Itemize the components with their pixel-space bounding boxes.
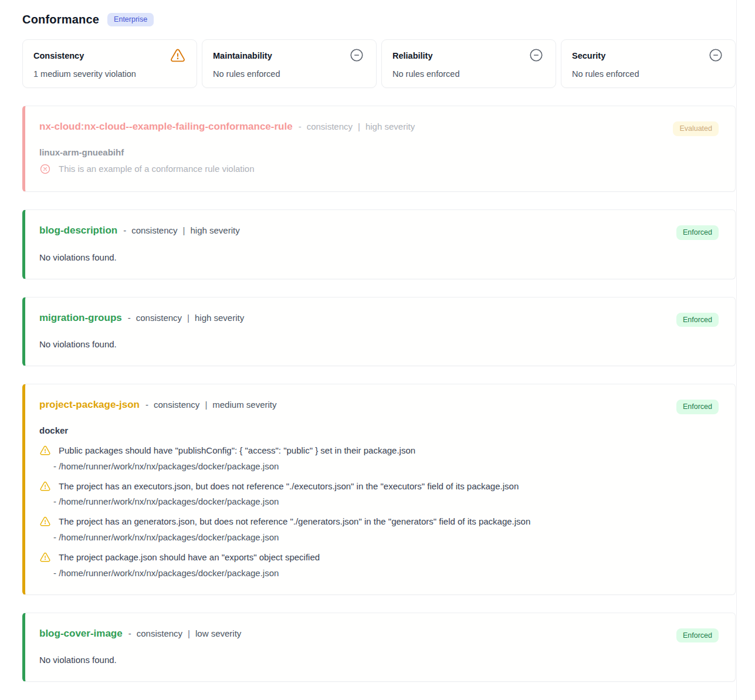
rule-card-project-package-json[interactable]: project-package-json - consistency | med… [22, 384, 736, 595]
status-badge: Enforced [676, 628, 719, 643]
warning-triangle-icon [39, 445, 51, 456]
meta-dash: - [128, 313, 131, 323]
rule-name-link[interactable]: nx-cloud:nx-cloud--example-failing-confo… [39, 121, 293, 133]
violation-item: The project package.json should have an … [39, 551, 719, 578]
rule-card-migration-groups[interactable]: migration-groups - consistency | high se… [22, 297, 736, 367]
violation-item: Public packages should have "publishConf… [39, 444, 719, 471]
rule-name-link[interactable]: blog-cover-image [39, 628, 123, 640]
status-badge: Enforced [676, 225, 719, 240]
rule-severity: high severity [190, 225, 239, 235]
status-badge: Enforced [676, 400, 719, 414]
enterprise-badge: Enterprise [107, 13, 154, 26]
rule-severity: high severity [195, 313, 244, 323]
violation-message: This is an example of a conformance rule… [59, 163, 255, 175]
violation-message: The project has an generators.json, but … [59, 515, 530, 528]
meta-pipe: | [188, 628, 190, 638]
warning-triangle-icon [39, 552, 51, 563]
rule-category: consistency [154, 400, 199, 410]
status-badge: Enforced [676, 313, 719, 327]
meta-pipe: | [187, 313, 189, 323]
project-name: linux-arm-gnueabihf [39, 147, 719, 157]
summary-card-title: Consistency [33, 48, 84, 60]
violation-path: - /home/runner/work/nx/nx/packages/docke… [53, 568, 719, 578]
violation-path: - /home/runner/work/nx/nx/packages/docke… [53, 461, 719, 471]
project-name: docker [39, 425, 719, 435]
summary-card-reliability[interactable]: Reliability No rules enforced [381, 39, 556, 88]
summary-card-status: 1 medium severity violation [33, 69, 186, 79]
rule-severity: low severity [195, 628, 241, 638]
meta-pipe: | [183, 225, 185, 235]
rule-category: consistency [307, 121, 353, 131]
summary-card-title: Security [572, 48, 605, 60]
warning-triangle-icon [170, 48, 186, 64]
rule-category: consistency [137, 628, 182, 638]
rule-severity: high severity [365, 121, 415, 131]
summary-card-security[interactable]: Security No rules enforced [561, 39, 736, 88]
summary-card-row: Consistency 1 medium severity violation … [22, 39, 736, 88]
summary-card-title: Maintainability [213, 48, 272, 60]
violation-item: The project has an generators.json, but … [39, 515, 719, 542]
x-circle-icon [39, 163, 51, 175]
violation-path: - /home/runner/work/nx/nx/packages/docke… [53, 496, 719, 506]
rule-name-link[interactable]: migration-groups [39, 312, 122, 324]
violation-item: This is an example of a conformance rule… [39, 163, 719, 175]
status-badge: Evaluated [673, 121, 719, 136]
rule-category: consistency [131, 225, 177, 235]
meta-pipe: | [358, 121, 360, 131]
meta-pipe: | [205, 400, 207, 410]
rule-name-link[interactable]: project-package-json [39, 399, 140, 411]
meta-dash: - [299, 121, 302, 131]
violation-message: The project has an executors.json, but d… [59, 480, 519, 493]
rule-card-blog-description[interactable]: blog-description - consistency | high se… [22, 209, 736, 279]
violation-message: The project package.json should have an … [59, 551, 320, 564]
minus-circle-icon [349, 48, 365, 64]
violation-path: - /home/runner/work/nx/nx/packages/docke… [53, 532, 719, 542]
page-title: Conformance [22, 13, 99, 26]
meta-dash: - [128, 628, 131, 638]
summary-card-status: No rules enforced [392, 69, 545, 79]
violation-item: The project has an executors.json, but d… [39, 480, 719, 507]
minus-circle-icon [529, 48, 545, 64]
rule-severity: medium severity [212, 400, 276, 410]
rule-category: consistency [136, 313, 182, 323]
meta-dash: - [145, 400, 148, 410]
meta-dash: - [123, 225, 126, 235]
rule-name-link[interactable]: blog-description [39, 225, 117, 236]
summary-card-consistency[interactable]: Consistency 1 medium severity violation [22, 39, 197, 88]
warning-triangle-icon [39, 481, 51, 492]
rule-card-blog-cover-image[interactable]: blog-cover-image - consistency | low sev… [22, 613, 736, 682]
violation-message: Public packages should have "publishConf… [59, 444, 415, 457]
page-header: Conformance Enterprise [22, 0, 736, 26]
rule-result-text: No violations found. [39, 339, 719, 349]
rule-card-example-failing-conformance-rule[interactable]: nx-cloud:nx-cloud--example-failing-confo… [22, 106, 736, 192]
minus-circle-icon [708, 48, 724, 64]
summary-card-title: Reliability [392, 48, 433, 60]
rule-result-text: No violations found. [39, 655, 719, 665]
summary-card-status: No rules enforced [572, 69, 724, 79]
conformance-page: Conformance Enterprise Consistency 1 med… [22, 0, 737, 700]
summary-card-maintainability[interactable]: Maintainability No rules enforced [202, 39, 377, 88]
summary-card-status: No rules enforced [213, 69, 365, 79]
warning-triangle-icon [39, 516, 51, 527]
rule-result-text: No violations found. [39, 252, 719, 262]
